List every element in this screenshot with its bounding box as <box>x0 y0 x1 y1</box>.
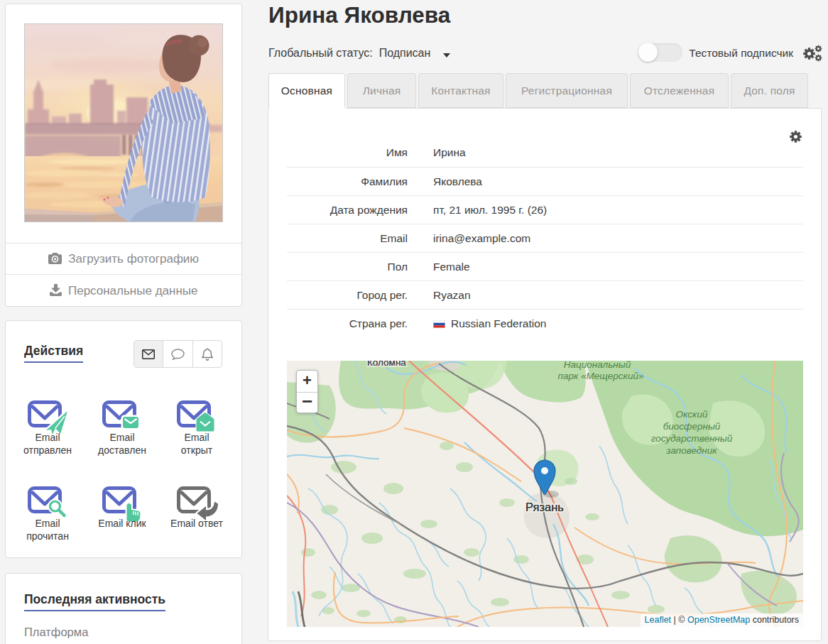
svg-text:заповедник: заповедник <box>665 445 717 456</box>
svg-text:государственный: государственный <box>651 433 733 444</box>
svg-text:парк «Мещерский»: парк «Мещерский» <box>558 371 644 381</box>
svg-text:биосферный: биосферный <box>663 421 721 432</box>
svg-text:Национальный: Национальный <box>564 361 631 370</box>
svg-text:Рязань: Рязань <box>525 501 564 513</box>
svg-text:Окский: Окский <box>676 409 708 420</box>
svg-text:Коломна: Коломна <box>367 361 406 368</box>
